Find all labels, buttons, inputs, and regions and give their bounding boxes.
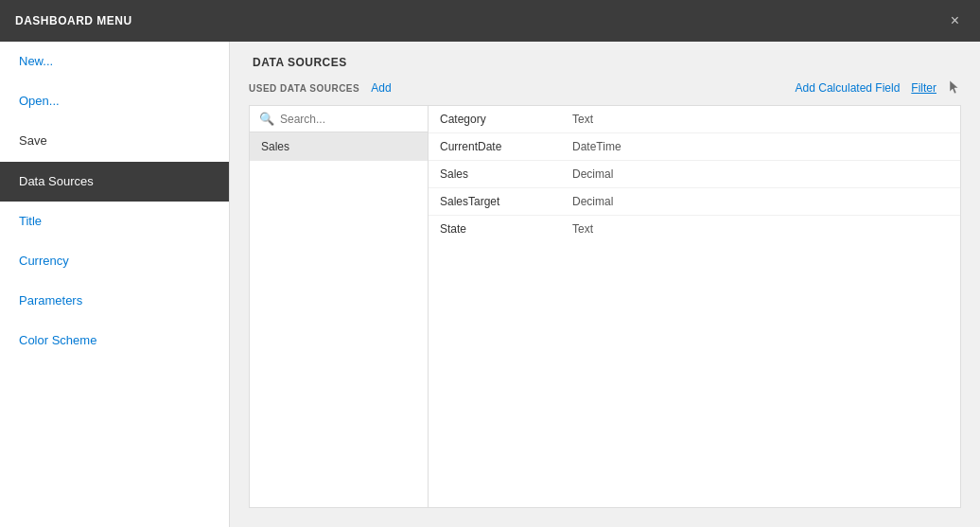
content-header: DATA SOURCES bbox=[230, 42, 980, 79]
search-icon: 🔍 bbox=[259, 112, 274, 126]
sidebar-item-open[interactable]: Open... bbox=[0, 81, 229, 121]
add-button[interactable]: Add bbox=[371, 81, 391, 95]
inner-content: USED DATA SOURCES Add Add Calculated Fie… bbox=[230, 79, 980, 527]
field-name: State bbox=[429, 216, 561, 243]
sidebar: New... Open... Save Data Sources Title C… bbox=[0, 42, 230, 527]
field-type: Text bbox=[561, 106, 960, 133]
add-calculated-field-button[interactable]: Add Calculated Field bbox=[796, 81, 901, 95]
field-type: Decimal bbox=[561, 161, 960, 188]
search-box: 🔍 bbox=[250, 106, 428, 132]
sidebar-item-title[interactable]: Title bbox=[0, 202, 229, 241]
cursor-icon bbox=[948, 79, 961, 97]
sidebar-item-new[interactable]: New... bbox=[0, 42, 229, 81]
close-button[interactable]: × bbox=[945, 9, 965, 32]
table-row: SalesTarget Decimal bbox=[429, 188, 960, 216]
field-type: Decimal bbox=[561, 188, 960, 216]
toolbar-left: USED DATA SOURCES Add bbox=[249, 81, 392, 95]
toolbar-right: Add Calculated Field Filter bbox=[796, 79, 961, 97]
sidebar-item-parameters[interactable]: Parameters bbox=[0, 281, 229, 321]
toolbar-row: USED DATA SOURCES Add Add Calculated Fie… bbox=[249, 79, 961, 97]
field-name: Category bbox=[429, 106, 561, 133]
content-area: DATA SOURCES USED DATA SOURCES Add Add C… bbox=[230, 42, 980, 527]
table-row: Category Text bbox=[429, 106, 960, 133]
field-name: CurrentDate bbox=[429, 133, 561, 161]
panels-row: 🔍 Sales Category Text CurrentDate DateTi… bbox=[249, 105, 961, 508]
field-type: DateTime bbox=[561, 133, 960, 161]
field-type: Text bbox=[561, 216, 960, 243]
table-row: CurrentDate DateTime bbox=[429, 133, 960, 161]
sidebar-item-save[interactable]: Save bbox=[0, 121, 229, 161]
menu-title: DASHBOARD MENU bbox=[15, 14, 132, 27]
source-item[interactable]: Sales bbox=[250, 132, 428, 161]
search-input[interactable] bbox=[280, 113, 418, 126]
used-data-sources-label: USED DATA SOURCES bbox=[249, 83, 359, 94]
main-layout: New... Open... Save Data Sources Title C… bbox=[0, 42, 980, 527]
field-name: SalesTarget bbox=[429, 188, 561, 216]
table-row: Sales Decimal bbox=[429, 161, 960, 188]
sidebar-item-color-scheme[interactable]: Color Scheme bbox=[0, 321, 229, 360]
filter-button[interactable]: Filter bbox=[911, 81, 936, 95]
right-panel: Category Text CurrentDate DateTime Sales… bbox=[429, 105, 961, 508]
table-row: State Text bbox=[429, 216, 960, 243]
sidebar-item-data-sources[interactable]: Data Sources bbox=[0, 162, 229, 202]
top-header: DASHBOARD MENU × bbox=[0, 0, 980, 42]
section-title: DATA SOURCES bbox=[253, 56, 347, 69]
field-name: Sales bbox=[429, 161, 561, 188]
left-panel: 🔍 Sales bbox=[249, 105, 429, 508]
sidebar-item-currency[interactable]: Currency bbox=[0, 241, 229, 281]
fields-table: Category Text CurrentDate DateTime Sales… bbox=[429, 106, 960, 242]
